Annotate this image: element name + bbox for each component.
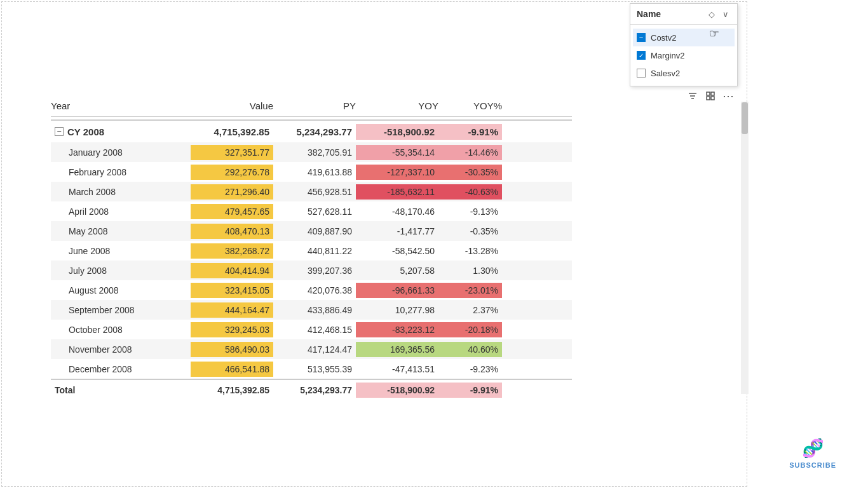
month-rows: January 2008 327,351.77 382,705.91 -55,3…: [51, 142, 572, 379]
month-py-cell: 419,613.88: [273, 165, 356, 180]
month-name-cell: April 2008: [51, 204, 191, 219]
month-value-cell: 323,415.05: [191, 283, 273, 298]
month-row: August 2008 323,415.05 420,076.38 -96,66…: [51, 280, 572, 300]
month-row: November 2008 586,490.03 417,124.47 169,…: [51, 339, 572, 359]
more-options-icon[interactable]: ⋯: [722, 90, 734, 102]
col-header-py: PY: [273, 100, 356, 111]
cy-py-cell: 5,234,293.77: [273, 124, 356, 140]
panel-header-icons: ◇ ∨: [707, 9, 731, 19]
month-value-cell: 444,164.47: [191, 302, 273, 318]
month-name-cell: October 2008: [51, 322, 191, 337]
month-row: July 2008 404,414.94 399,207.36 5,207.58…: [51, 261, 572, 280]
checkbox-salesv2[interactable]: [637, 69, 646, 78]
svg-rect-6: [711, 97, 714, 100]
month-py-cell: 409,887.90: [273, 224, 356, 239]
right-toolbar: ⋯: [630, 89, 738, 103]
total-py-cell: 5,234,293.77: [273, 383, 356, 398]
month-yoypct-cell: -20.18%: [438, 322, 502, 337]
panel-label-salesv2: Salesv2: [651, 69, 680, 78]
month-row: January 2008 327,351.77 382,705.91 -55,3…: [51, 142, 572, 162]
month-value-cell: 466,541.88: [191, 362, 273, 377]
month-yoypct-cell: -23.01%: [438, 283, 502, 298]
cy-label: CY 2008: [67, 126, 104, 137]
data-table: Year Value PY YOY YOY% − CY 2008 4,715,3…: [51, 95, 572, 400]
scrollbar-thumb[interactable]: [742, 102, 748, 134]
panel-items: Costv2 Marginv2 Salesv2: [630, 25, 737, 86]
month-row: April 2008 479,457.65 527,628.11 -48,170…: [51, 201, 572, 221]
month-value-cell: 479,457.65: [191, 204, 273, 219]
month-name-cell: June 2008: [51, 243, 191, 259]
month-yoy-cell: -185,632.11: [356, 184, 438, 200]
panel-item-salesv2[interactable]: Salesv2: [633, 64, 735, 82]
subscribe-label: SUBSCRIBE: [789, 461, 836, 469]
month-value-cell: 292,276.78: [191, 165, 273, 180]
total-yoy-cell: -518,900.92: [356, 383, 438, 398]
month-value-cell: 382,268.72: [191, 243, 273, 259]
expand-icon[interactable]: [705, 90, 716, 102]
month-name-cell: March 2008: [51, 184, 191, 200]
filter-icon[interactable]: [687, 90, 698, 102]
month-value-cell: 327,351.77: [191, 145, 273, 160]
subscribe-area[interactable]: 🧬 SUBSCRIBE: [789, 438, 836, 469]
month-yoy-cell: 5,207.58: [356, 263, 438, 278]
month-py-cell: 399,207.36: [273, 263, 356, 278]
month-yoypct-cell: 2.37%: [438, 302, 502, 318]
month-yoypct-cell: -13.28%: [438, 243, 502, 259]
month-yoypct-cell: -30.35%: [438, 165, 502, 180]
cy-name-cell: − CY 2008: [51, 124, 191, 140]
clear-icon[interactable]: ◇: [707, 9, 717, 19]
month-yoypct-cell: -40.63%: [438, 184, 502, 200]
month-yoy-cell: -55,354.14: [356, 145, 438, 160]
col-header-yoy-pct: YOY%: [438, 100, 502, 111]
month-value-cell: 404,414.94: [191, 263, 273, 278]
month-value-cell: 329,245.03: [191, 322, 273, 337]
cy-yoy-cell: -518,900.92: [356, 124, 438, 140]
month-value-cell: 586,490.03: [191, 342, 273, 357]
vertical-scrollbar[interactable]: [741, 102, 749, 394]
month-name-cell: August 2008: [51, 283, 191, 298]
month-yoy-cell: -83,223.12: [356, 322, 438, 337]
filter-panel: Name ◇ ∨ Costv2 Marginv2 Salesv2: [630, 3, 738, 86]
col-header-value: Value: [191, 100, 273, 111]
month-yoypct-cell: -0.35%: [438, 224, 502, 239]
month-name-cell: September 2008: [51, 302, 191, 318]
total-yoypct-cell: -9.91%: [438, 383, 502, 398]
month-value-cell: 271,296.40: [191, 184, 273, 200]
month-name-cell: November 2008: [51, 342, 191, 357]
dna-icon: 🧬: [802, 438, 824, 459]
panel-header: Name ◇ ∨: [630, 4, 737, 25]
month-yoypct-cell: 1.30%: [438, 263, 502, 278]
month-py-cell: 440,811.22: [273, 243, 356, 259]
month-value-cell: 408,470.13: [191, 224, 273, 239]
checkbox-marginv2[interactable]: [637, 51, 646, 60]
month-row: March 2008 271,296.40 456,928.51 -185,63…: [51, 182, 572, 201]
month-name-cell: February 2008: [51, 165, 191, 180]
month-py-cell: 420,076.38: [273, 283, 356, 298]
cy-2008-row: − CY 2008 4,715,392.85 5,234,293.77 -518…: [51, 119, 572, 142]
month-yoypct-cell: -9.13%: [438, 204, 502, 219]
table-header: Year Value PY YOY YOY%: [51, 95, 572, 117]
month-name-cell: January 2008: [51, 145, 191, 160]
month-yoy-cell: -96,661.33: [356, 283, 438, 298]
month-yoy-cell: -48,170.46: [356, 204, 438, 219]
cy-value-cell: 4,715,392.85: [191, 124, 273, 140]
month-name-cell: May 2008: [51, 224, 191, 239]
month-name-cell: December 2008: [51, 362, 191, 377]
panel-item-costv2[interactable]: Costv2: [633, 29, 735, 46]
checkbox-costv2[interactable]: [637, 33, 646, 42]
month-row: December 2008 466,541.88 513,955.39 -47,…: [51, 359, 572, 379]
month-row: October 2008 329,245.03 412,468.15 -83,2…: [51, 320, 572, 339]
month-row: February 2008 292,276.78 419,613.88 -127…: [51, 162, 572, 182]
panel-title: Name: [637, 9, 661, 19]
panel-item-marginv2[interactable]: Marginv2: [633, 46, 735, 64]
month-py-cell: 412,468.15: [273, 322, 356, 337]
month-row: June 2008 382,268.72 440,811.22 -58,542.…: [51, 241, 572, 261]
panel-label-costv2: Costv2: [651, 33, 676, 43]
chevron-down-icon[interactable]: ∨: [721, 9, 731, 19]
col-header-yoy: YOY: [356, 100, 438, 111]
collapse-icon[interactable]: −: [55, 127, 64, 136]
svg-rect-4: [711, 92, 714, 95]
total-row: Total 4,715,392.85 5,234,293.77 -518,900…: [51, 379, 572, 400]
cy-yoypct-cell: -9.91%: [438, 124, 502, 140]
month-py-cell: 527,628.11: [273, 204, 356, 219]
